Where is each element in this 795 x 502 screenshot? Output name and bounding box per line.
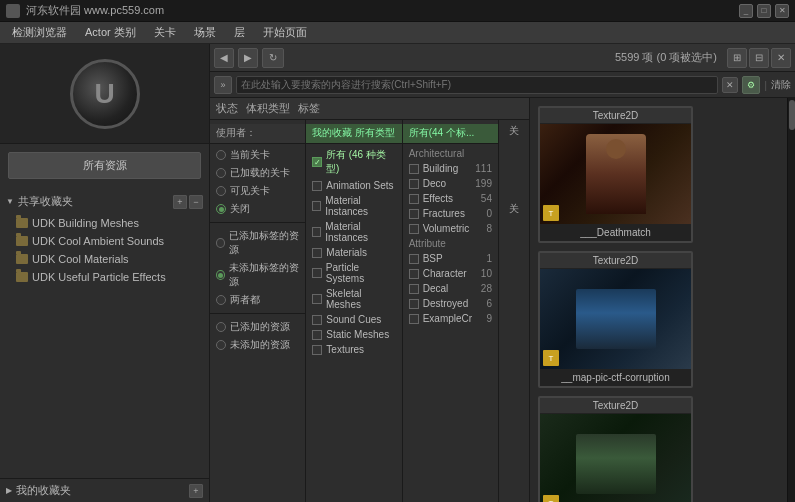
- filter-material-instances-1[interactable]: Material Instances: [306, 193, 401, 219]
- checkbox-examplecr[interactable]: [409, 314, 419, 324]
- filter-static-meshes[interactable]: Static Meshes: [306, 327, 401, 342]
- filter-option-both[interactable]: 两者都: [210, 291, 305, 309]
- radio-visible-level[interactable]: [216, 186, 226, 196]
- checkbox-static-meshes[interactable]: [312, 330, 322, 340]
- back-button[interactable]: ◀: [214, 48, 234, 68]
- filter-destroyed[interactable]: Destroyed 6: [403, 296, 498, 311]
- menu-actor[interactable]: Actor 类别: [77, 23, 144, 42]
- checkbox-particle-systems[interactable]: [312, 268, 322, 278]
- checkbox-material-instances-2[interactable]: [312, 227, 321, 237]
- radio-added[interactable]: [216, 322, 226, 332]
- filter-option-closed[interactable]: 关闭: [210, 200, 305, 218]
- radio-tagged[interactable]: [216, 238, 225, 248]
- remove-shared-button[interactable]: −: [189, 195, 203, 209]
- list-item[interactable]: UDK Cool Ambient Sounds: [12, 232, 197, 250]
- filter-option-current-level[interactable]: 当前关卡: [210, 146, 305, 164]
- my-collections-toggle[interactable]: ▶ 我的收藏夹: [6, 483, 71, 498]
- filter-examplecr[interactable]: ExampleCr 9: [403, 311, 498, 326]
- close-type-col-button[interactable]: 关: [501, 202, 527, 216]
- menu-start[interactable]: 开始页面: [255, 23, 315, 42]
- filter-building[interactable]: Building 111: [403, 161, 498, 176]
- radio-not-added[interactable]: [216, 340, 226, 350]
- menu-scene[interactable]: 场景: [186, 23, 224, 42]
- radio-current-level[interactable]: [216, 150, 226, 160]
- clear-search-button[interactable]: 清除: [771, 78, 791, 92]
- checkbox-material-instances-1[interactable]: [312, 201, 321, 211]
- filter-option-not-added[interactable]: 未添加的资源: [210, 336, 305, 354]
- menu-detect[interactable]: 检测浏览器: [4, 23, 75, 42]
- view-list-button[interactable]: ⊟: [749, 48, 769, 68]
- list-item[interactable]: UDK Building Meshes: [12, 214, 197, 232]
- filter-bsp[interactable]: BSP 1: [403, 251, 498, 266]
- filter-fractures[interactable]: Fractures 0: [403, 206, 498, 221]
- list-item[interactable]: UDK Useful Particle Effects: [12, 268, 197, 286]
- forward-button[interactable]: ▶: [238, 48, 258, 68]
- close-tag-col-button[interactable]: 关: [501, 124, 527, 138]
- scrollbar-thumb[interactable]: [789, 100, 795, 130]
- checkbox-character[interactable]: [409, 269, 419, 279]
- filter-option-added[interactable]: 已添加的资源: [210, 318, 305, 336]
- filter-textures[interactable]: Textures: [306, 342, 401, 357]
- window-controls: _ □ ✕: [739, 4, 789, 18]
- checkbox-textures[interactable]: [312, 345, 322, 355]
- filter-volumetric[interactable]: Volumetric 8: [403, 221, 498, 236]
- asset-ctf-corruption[interactable]: Texture2D T __map-pic-ctf-corruption: [538, 251, 693, 388]
- filter-sound-cues[interactable]: Sound Cues: [306, 312, 401, 327]
- toolbar: ◀ ▶ ↻ 5599 项 (0 项被选中) ⊞ ⊟ ✕: [210, 44, 795, 72]
- shared-label: 共享收藏夹: [18, 194, 73, 209]
- filter-effects[interactable]: Effects 54: [403, 191, 498, 206]
- search-settings-button[interactable]: ⚙: [742, 76, 760, 94]
- filter-option-tagged[interactable]: 已添加标签的资源: [210, 227, 305, 259]
- radio-both[interactable]: [216, 295, 226, 305]
- radio-closed[interactable]: [216, 204, 226, 214]
- checkbox-materials[interactable]: [312, 248, 322, 258]
- radio-loaded-level[interactable]: [216, 168, 226, 178]
- close-filter-button[interactable]: ✕: [771, 48, 791, 68]
- add-shared-button[interactable]: +: [173, 195, 187, 209]
- shared-collections-section: ▼ 共享收藏夹 + − UDK Building Meshes UDK Cool…: [0, 187, 209, 292]
- filter-option-untagged[interactable]: 未添加标签的资源: [210, 259, 305, 291]
- filter-animation-sets[interactable]: Animation Sets: [306, 178, 401, 193]
- checkbox-effects[interactable]: [409, 194, 419, 204]
- filter-skeletal-meshes[interactable]: Skeletal Meshes: [306, 286, 401, 312]
- checkbox-bsp[interactable]: [409, 254, 419, 264]
- all-assets-button[interactable]: 所有资源: [8, 152, 201, 179]
- list-item[interactable]: UDK Cool Materials: [12, 250, 197, 268]
- filter-option-loaded-level[interactable]: 已加载的关卡: [210, 164, 305, 182]
- minimize-button[interactable]: _: [739, 4, 753, 18]
- filter-particle-systems[interactable]: Particle Systems: [306, 260, 401, 286]
- refresh-button[interactable]: ↻: [262, 48, 284, 68]
- search-expand-button[interactable]: »: [214, 76, 232, 94]
- checkbox-volumetric[interactable]: [409, 224, 419, 234]
- filter-decal[interactable]: Decal 28: [403, 281, 498, 296]
- asset-name: __map-pic-ctf-corruption: [540, 369, 691, 386]
- filter-material-instances-2[interactable]: Material Instances: [306, 219, 401, 245]
- asset-dm-deck[interactable]: Texture2D T __map-pic-dm-deck: [538, 396, 693, 502]
- checkbox-destroyed[interactable]: [409, 299, 419, 309]
- close-button[interactable]: ✕: [775, 4, 789, 18]
- checkbox-deco[interactable]: [409, 179, 419, 189]
- filter-deco[interactable]: Deco 199: [403, 176, 498, 191]
- checkbox-fractures[interactable]: [409, 209, 419, 219]
- search-input[interactable]: [236, 76, 718, 94]
- checkbox-decal[interactable]: [409, 284, 419, 294]
- view-grid-button[interactable]: ⊞: [727, 48, 747, 68]
- checkbox-all-types[interactable]: ✓: [312, 157, 322, 167]
- filter-all-types[interactable]: ✓ 所有 (46 种类型): [306, 146, 401, 178]
- menu-layer[interactable]: 层: [226, 23, 253, 42]
- menu-level[interactable]: 关卡: [146, 23, 184, 42]
- radio-untagged[interactable]: [216, 270, 225, 280]
- checkbox-skeletal-meshes[interactable]: [312, 294, 322, 304]
- asset-deathmatch[interactable]: Texture2D T ___Deathmatch: [538, 106, 693, 243]
- filter-materials[interactable]: Materials: [306, 245, 401, 260]
- filter-option-visible-level[interactable]: 可见关卡: [210, 182, 305, 200]
- checkbox-building[interactable]: [409, 164, 419, 174]
- maximize-button[interactable]: □: [757, 4, 771, 18]
- filter-character[interactable]: Character 10: [403, 266, 498, 281]
- shared-section-header[interactable]: ▼ 共享收藏夹 + −: [6, 191, 203, 212]
- checkbox-animation-sets[interactable]: [312, 181, 322, 191]
- search-clear-button[interactable]: ✕: [722, 77, 738, 93]
- add-my-collection-button[interactable]: +: [189, 484, 203, 498]
- right-scrollbar[interactable]: [787, 98, 795, 502]
- checkbox-sound-cues[interactable]: [312, 315, 322, 325]
